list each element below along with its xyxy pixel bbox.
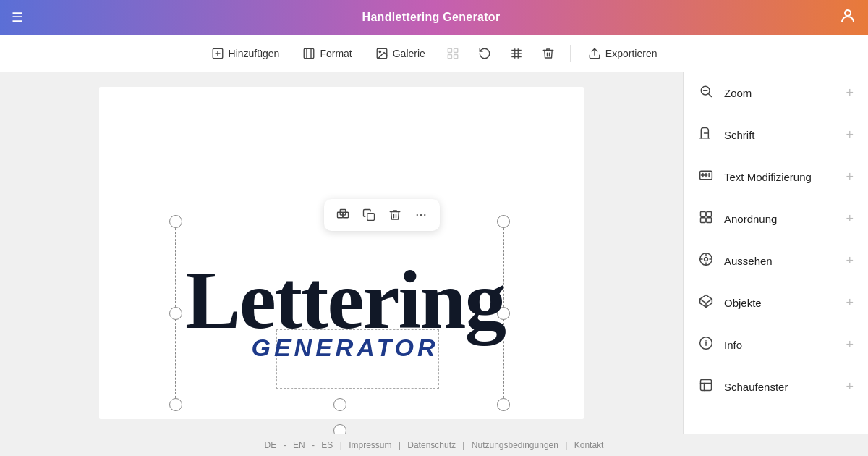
svg-rect-4 bbox=[305, 48, 315, 59]
right-panel: Zoom + Schrift + bbox=[683, 72, 868, 434]
sel-delete-icon bbox=[388, 208, 401, 221]
footer-datenschutz[interactable]: Datenschutz bbox=[407, 440, 456, 450]
grid-toggle-button[interactable] bbox=[440, 41, 466, 67]
schrift-label: Schrift bbox=[724, 129, 755, 141]
toolbar-divider bbox=[570, 45, 571, 62]
panel-item-text-mod[interactable]: Text Modifizierung + bbox=[684, 156, 868, 198]
info-label: Info bbox=[724, 339, 742, 351]
svg-rect-37 bbox=[707, 212, 712, 217]
schaufenster-expand[interactable]: + bbox=[846, 379, 854, 394]
lettering-container[interactable]: Lettering GENERATOR bbox=[168, 214, 522, 409]
grid-view-icon bbox=[510, 47, 523, 60]
selection-controls bbox=[324, 199, 440, 231]
group-select-button[interactable] bbox=[331, 203, 354, 227]
svg-rect-38 bbox=[701, 218, 706, 223]
toolbar: Hinzufügen Format Galerie bbox=[0, 35, 868, 72]
objekte-label: Objekte bbox=[724, 297, 762, 309]
canvas-area[interactable]: Lettering GENERATOR bbox=[0, 72, 683, 434]
footer-de[interactable]: DE bbox=[265, 440, 277, 450]
copy-button[interactable] bbox=[357, 203, 380, 227]
undo-button[interactable] bbox=[472, 41, 498, 67]
export-icon bbox=[588, 47, 601, 60]
main-content: Lettering GENERATOR Zoom + bbox=[0, 72, 868, 434]
footer-impressum[interactable]: Impressum bbox=[349, 440, 391, 450]
zoom-expand[interactable]: + bbox=[846, 85, 854, 101]
svg-point-6 bbox=[379, 51, 380, 52]
anordnung-label: Anordnung bbox=[724, 213, 777, 225]
svg-rect-9 bbox=[448, 54, 451, 58]
appearance-icon bbox=[698, 252, 714, 270]
canvas[interactable]: Lettering GENERATOR bbox=[99, 87, 584, 419]
menu-icon[interactable]: ☰ bbox=[12, 9, 23, 25]
user-icon[interactable] bbox=[839, 7, 856, 28]
group-icon bbox=[336, 208, 349, 221]
add-button[interactable]: Hinzufügen bbox=[203, 43, 289, 64]
svg-rect-35 bbox=[701, 212, 706, 217]
format-label: Format bbox=[320, 48, 352, 59]
panel-item-schrift[interactable]: Schrift + bbox=[684, 114, 868, 156]
more-icon bbox=[414, 208, 427, 221]
undo-icon bbox=[478, 47, 491, 60]
aussehen-expand[interactable]: + bbox=[846, 253, 854, 269]
delete-button[interactable] bbox=[535, 41, 561, 67]
svg-rect-20 bbox=[367, 214, 375, 221]
text-mod-icon bbox=[698, 168, 714, 186]
panel-item-schaufenster[interactable]: Schaufenster + bbox=[684, 366, 868, 408]
footer-nutzungsbedingungen[interactable]: Nutzungsbedingungen bbox=[472, 440, 558, 450]
lettering-sub-text[interactable]: GENERATOR bbox=[251, 334, 438, 362]
gallery-label: Galerie bbox=[393, 48, 425, 59]
export-button[interactable]: Exportieren bbox=[579, 43, 666, 64]
svg-point-22 bbox=[420, 214, 422, 216]
info-icon bbox=[698, 336, 714, 354]
zoom-label: Zoom bbox=[724, 87, 752, 99]
more-options-button[interactable] bbox=[409, 203, 433, 227]
panel-item-aussehen[interactable]: Aussehen + bbox=[684, 240, 868, 282]
delete-icon bbox=[542, 47, 555, 60]
schaufenster-label: Schaufenster bbox=[724, 381, 788, 393]
footer-es[interactable]: ES bbox=[321, 440, 333, 450]
panel-item-objekte[interactable]: Objekte + bbox=[684, 282, 868, 324]
export-label: Exportieren bbox=[605, 48, 658, 59]
grid-icon bbox=[446, 47, 459, 60]
svg-rect-36 bbox=[707, 218, 712, 223]
aussehen-label: Aussehen bbox=[724, 255, 773, 267]
panel-item-anordnung[interactable]: Anordnung + bbox=[684, 198, 868, 240]
text-mod-expand[interactable]: + bbox=[846, 169, 854, 185]
svg-point-23 bbox=[424, 214, 425, 216]
anordnung-expand[interactable]: + bbox=[846, 211, 854, 227]
footer-kontakt[interactable]: Kontakt bbox=[574, 440, 604, 450]
zoom-icon bbox=[698, 84, 714, 102]
format-button[interactable]: Format bbox=[294, 43, 360, 64]
svg-point-21 bbox=[417, 214, 418, 216]
footer: DE - EN - ES | Impressum | Datenschutz |… bbox=[0, 434, 868, 456]
svg-point-39 bbox=[705, 258, 708, 261]
svg-rect-10 bbox=[454, 54, 457, 58]
footer-en[interactable]: EN bbox=[293, 440, 305, 450]
arrange-icon bbox=[698, 210, 714, 228]
schrift-expand[interactable]: + bbox=[846, 127, 854, 143]
panel-item-info[interactable]: Info + bbox=[684, 324, 868, 366]
objects-icon bbox=[698, 294, 714, 312]
format-icon bbox=[302, 47, 315, 60]
svg-rect-7 bbox=[448, 48, 451, 52]
objekte-expand[interactable]: + bbox=[846, 295, 854, 311]
showcase-icon bbox=[698, 378, 714, 396]
lettering-main-text[interactable]: Lettering bbox=[185, 261, 505, 339]
svg-line-25 bbox=[709, 94, 712, 97]
copy-icon bbox=[362, 208, 375, 221]
sel-delete-button[interactable] bbox=[383, 203, 407, 227]
info-expand[interactable]: + bbox=[846, 337, 854, 352]
svg-point-0 bbox=[845, 10, 851, 16]
gallery-icon bbox=[375, 47, 388, 60]
svg-rect-8 bbox=[454, 48, 457, 52]
handle-rotate[interactable] bbox=[333, 424, 346, 434]
font-icon bbox=[698, 126, 714, 144]
add-icon bbox=[211, 47, 224, 60]
app-header: ☰ Handlettering Generator bbox=[0, 0, 868, 35]
grid-view-button[interactable] bbox=[503, 41, 529, 67]
panel-item-zoom[interactable]: Zoom + bbox=[684, 72, 868, 114]
text-mod-label: Text Modifizierung bbox=[724, 171, 812, 183]
svg-rect-45 bbox=[701, 380, 712, 391]
app-title: Handlettering Generator bbox=[362, 11, 501, 24]
gallery-button[interactable]: Galerie bbox=[367, 43, 434, 64]
